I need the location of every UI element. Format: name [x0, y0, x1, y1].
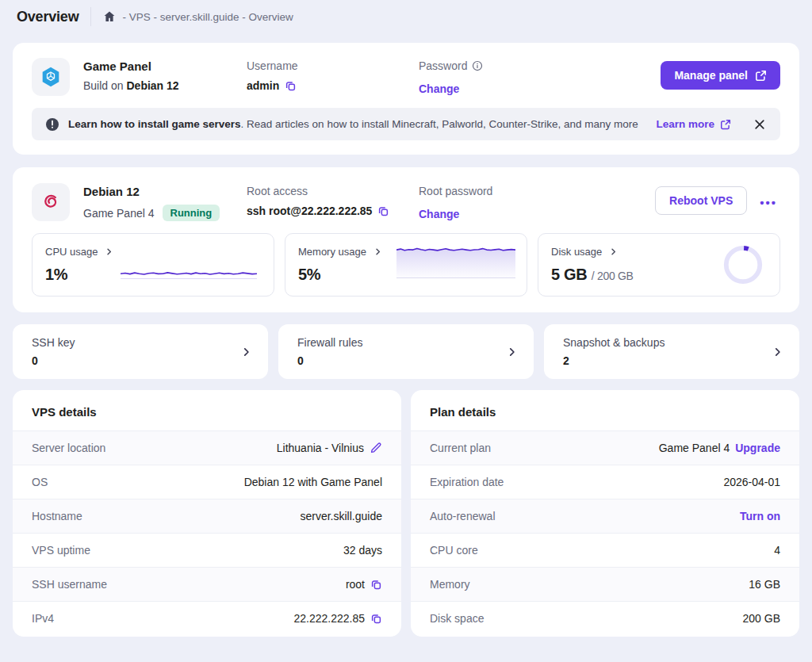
server-card: Debian 12 Game Panel 4 Running Root acce…	[13, 167, 799, 312]
disk-usage-value: 5 GB	[551, 266, 587, 283]
game-panel-card: Game Panel Build on Debian 12 Username a…	[13, 43, 799, 155]
snapshot-backups-card[interactable]: Snapshot & backups 2	[544, 324, 799, 379]
cpu-usage-card[interactable]: CPU usage 1%	[32, 233, 274, 297]
close-icon[interactable]	[753, 117, 767, 132]
chevron-right-icon	[105, 247, 113, 256]
info-icon[interactable]	[472, 60, 483, 71]
debian-logo	[32, 183, 70, 221]
table-row: Disk space 200 GB	[411, 601, 799, 635]
breadcrumb-divider	[90, 7, 91, 26]
debian-swirl-icon	[38, 189, 63, 215]
home-icon[interactable]	[103, 10, 116, 23]
copy-ssh-icon[interactable]	[377, 205, 389, 217]
firewall-rules-card[interactable]: Firewall rules 0	[278, 324, 534, 379]
external-link-icon	[755, 70, 767, 82]
server-os-title: Debian 12	[83, 185, 247, 198]
username-value: admin	[247, 79, 279, 92]
table-row: Memory 16 GB	[411, 567, 799, 601]
page-title: Overview	[17, 9, 79, 25]
banner-text: Learn how to install game servers. Read …	[68, 118, 647, 130]
table-row: OS Debian 12 with Game Panel	[13, 465, 401, 499]
breadcrumb-text: - VPS - server.skill.guide - Overview	[122, 11, 293, 23]
plan-details-card: Plan details Current plan Game Panel 4 U…	[411, 390, 799, 637]
auto-renewal-turn-on-link[interactable]: Turn on	[740, 510, 780, 522]
top-bar: Overview - VPS - server.skill.guide - Ov…	[0, 0, 812, 33]
server-plan-name: Game Panel 4	[83, 207, 155, 220]
vps-details-card: VPS details Server location Lithuania - …	[13, 390, 401, 637]
chevron-right-icon	[373, 247, 382, 256]
learn-more-link[interactable]: Learn more	[656, 118, 731, 130]
table-row: Hostname server.skill.guide	[13, 499, 401, 533]
memory-area-chart	[396, 243, 515, 279]
table-row: IPv4 22.222.222.85	[13, 601, 401, 635]
reboot-vps-button[interactable]: Reboot VPS	[655, 186, 747, 215]
ssh-key-count: 0	[32, 354, 249, 367]
table-row: SSH username root	[13, 567, 401, 601]
root-access-value: ssh root@22.222.222.85	[247, 205, 372, 217]
snapshot-backups-label: Snapshot & backups	[563, 336, 780, 349]
disk-usage-total: / 200 GB	[592, 270, 634, 282]
firewall-rules-count: 0	[297, 354, 515, 367]
status-badge: Running	[163, 205, 220, 221]
memory-usage-card[interactable]: Memory usage 5%	[285, 233, 527, 297]
game-panel-subtitle: Build on Debian 12	[83, 79, 247, 92]
edit-location-icon[interactable]	[370, 442, 382, 454]
copy-ssh-username-icon[interactable]	[370, 579, 382, 591]
firewall-rules-label: Firewall rules	[297, 336, 515, 349]
ssh-key-label: SSH key	[32, 336, 249, 349]
table-row: Expiration date 2026-04-01	[411, 465, 799, 499]
main-content: Game Panel Build on Debian 12 Username a…	[0, 33, 812, 637]
password-change-link[interactable]: Change	[419, 82, 459, 95]
external-link-icon	[720, 119, 731, 130]
plan-details-title: Plan details	[411, 405, 799, 430]
table-row: VPS uptime 32 days	[13, 533, 401, 567]
username-label: Username	[247, 59, 419, 72]
alert-icon	[45, 117, 59, 132]
disk-usage-label: Disk usage	[551, 246, 602, 258]
game-panel-title: Game Panel	[83, 59, 247, 73]
cpu-sparkline-chart	[121, 262, 257, 282]
vps-details-title: VPS details	[13, 405, 401, 430]
ssh-key-card[interactable]: SSH key 0	[13, 324, 268, 379]
cpu-usage-label: CPU usage	[45, 246, 98, 258]
copy-username-icon[interactable]	[285, 80, 297, 92]
upgrade-link[interactable]: Upgrade	[735, 442, 780, 454]
game-panel-icon	[39, 65, 63, 89]
root-access-label: Root access	[247, 185, 419, 197]
table-row: CPU core 4	[411, 533, 799, 567]
game-panel-logo	[32, 58, 70, 96]
chevron-right-icon	[772, 346, 783, 357]
root-password-change-link[interactable]: Change	[419, 208, 459, 220]
manage-panel-button[interactable]: Manage panel	[661, 61, 780, 90]
chevron-right-icon	[507, 346, 517, 357]
snapshot-backups-count: 2	[563, 354, 780, 367]
install-guides-banner: Learn how to install game servers. Read …	[32, 108, 780, 140]
table-row: Auto-renewal Turn on	[411, 499, 799, 533]
root-password-label: Root password	[419, 185, 655, 197]
chevron-right-icon	[609, 247, 618, 256]
table-row: Current plan Game Panel 4 Upgrade	[411, 430, 799, 465]
password-label: Password	[419, 59, 661, 72]
disk-donut-chart	[722, 243, 764, 286]
more-options-button[interactable]: •••	[756, 193, 780, 212]
copy-ipv4-icon[interactable]	[370, 613, 382, 625]
table-row: Server location Lithuania - Vilnius	[13, 430, 401, 465]
breadcrumb: - VPS - server.skill.guide - Overview	[103, 10, 293, 23]
chevron-right-icon	[241, 346, 251, 357]
disk-usage-card[interactable]: Disk usage 5 GB / 200 GB	[538, 233, 780, 297]
memory-usage-label: Memory usage	[298, 246, 366, 258]
